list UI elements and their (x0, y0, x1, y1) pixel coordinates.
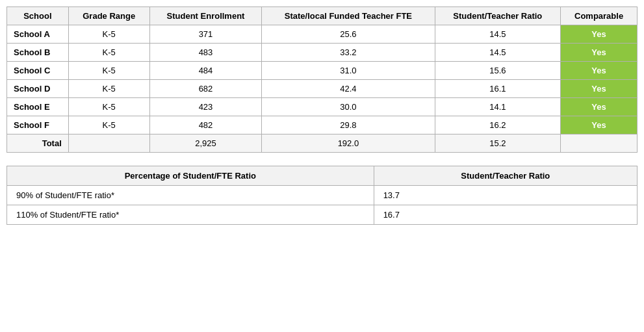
summary-table: Percentage of Student/FTE Ratio Student/… (6, 166, 638, 225)
table-row: School A K-5 371 25.6 14.5 Yes (7, 25, 638, 44)
summary-cell-value: 13.7 (374, 186, 637, 205)
cell-fte: 29.8 (262, 116, 435, 134)
summary-cell-label: 90% of Student/FTE ratio* (7, 186, 374, 205)
col-header-grade-range: Grade Range (68, 7, 149, 25)
cell-total-ratio: 15.2 (435, 134, 561, 153)
cell-fte: 31.0 (262, 62, 435, 80)
cell-enrollment: 423 (149, 98, 262, 116)
cell-grade-range: K-5 (68, 44, 149, 62)
col-header-ratio: Student/Teacher Ratio (435, 7, 561, 25)
cell-school: School D (7, 80, 69, 98)
cell-enrollment: 682 (149, 80, 262, 98)
main-table: School Grade Range Student Enrollment St… (6, 6, 638, 153)
cell-total-grade (68, 134, 149, 153)
cell-fte: 25.6 (262, 25, 435, 44)
cell-ratio: 16.2 (435, 116, 561, 134)
cell-total-comparable (561, 134, 638, 153)
cell-ratio: 15.6 (435, 62, 561, 80)
cell-school: School A (7, 25, 69, 44)
cell-school: School E (7, 98, 69, 116)
cell-grade-range: K-5 (68, 62, 149, 80)
cell-ratio: 16.1 (435, 80, 561, 98)
cell-comparable: Yes (561, 62, 638, 80)
summary-table-row: 110% of Student/FTE ratio* 16.7 (7, 205, 638, 225)
cell-grade-range: K-5 (68, 98, 149, 116)
summary-table-row: 90% of Student/FTE ratio* 13.7 (7, 186, 638, 205)
cell-fte: 42.4 (262, 80, 435, 98)
cell-enrollment: 484 (149, 62, 262, 80)
cell-enrollment: 371 (149, 25, 262, 44)
col-header-school: School (7, 7, 69, 25)
cell-grade-range: K-5 (68, 25, 149, 44)
cell-comparable: Yes (561, 44, 638, 62)
table-row: School C K-5 484 31.0 15.6 Yes (7, 62, 638, 80)
cell-grade-range: K-5 (68, 116, 149, 134)
cell-ratio: 14.1 (435, 98, 561, 116)
summary-col-header-ratio: Student/Teacher Ratio (374, 166, 637, 186)
summary-cell-label: 110% of Student/FTE ratio* (7, 205, 374, 225)
cell-total-label: Total (7, 134, 69, 153)
cell-fte: 33.2 (262, 44, 435, 62)
cell-comparable: Yes (561, 98, 638, 116)
cell-comparable: Yes (561, 116, 638, 134)
table-row: School D K-5 682 42.4 16.1 Yes (7, 80, 638, 98)
cell-school: School F (7, 116, 69, 134)
col-header-fte: State/local Funded Teacher FTE (262, 7, 435, 25)
cell-comparable: Yes (561, 80, 638, 98)
cell-ratio: 14.5 (435, 25, 561, 44)
cell-fte: 30.0 (262, 98, 435, 116)
table-total-row: Total 2,925 192.0 15.2 (7, 134, 638, 153)
cell-enrollment: 483 (149, 44, 262, 62)
cell-grade-range: K-5 (68, 80, 149, 98)
cell-total-enrollment: 2,925 (149, 134, 262, 153)
summary-col-header-label: Percentage of Student/FTE Ratio (7, 166, 374, 186)
cell-ratio: 14.5 (435, 44, 561, 62)
summary-cell-value: 16.7 (374, 205, 637, 225)
cell-school: School C (7, 62, 69, 80)
cell-comparable: Yes (561, 25, 638, 44)
table-row: School F K-5 482 29.8 16.2 Yes (7, 116, 638, 134)
cell-enrollment: 482 (149, 116, 262, 134)
table-row: School E K-5 423 30.0 14.1 Yes (7, 98, 638, 116)
table-row: School B K-5 483 33.2 14.5 Yes (7, 44, 638, 62)
col-header-enrollment: Student Enrollment (149, 7, 262, 25)
cell-school: School B (7, 44, 69, 62)
col-header-comparable: Comparable (561, 7, 638, 25)
cell-total-fte: 192.0 (262, 134, 435, 153)
